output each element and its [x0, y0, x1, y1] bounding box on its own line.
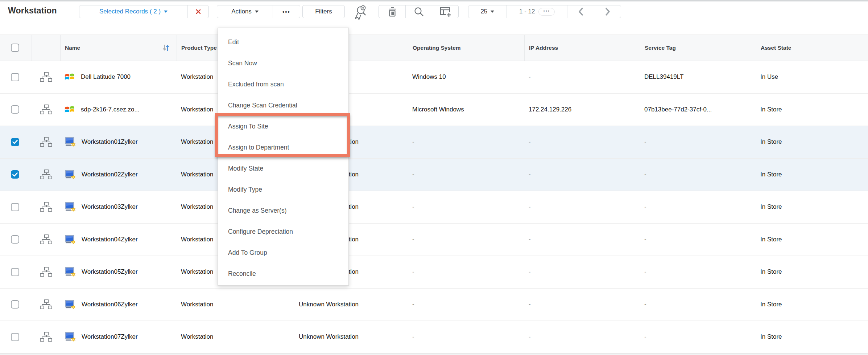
asset-name-link[interactable]: Workstation07Zylker — [82, 333, 138, 340]
cell-operating-system: - — [408, 301, 524, 308]
actions-menu-item[interactable]: Change Scan Credential — [218, 95, 348, 116]
cell-asset-state: In Store — [756, 236, 868, 243]
asset-name-link[interactable]: Workstation06Zylker — [82, 301, 138, 308]
table-row[interactable]: Workstation02Zylker Workstation Unknown … — [0, 159, 868, 191]
search-button[interactable] — [405, 5, 432, 18]
row-checkbox[interactable] — [11, 203, 19, 211]
page-size-value: 25 — [480, 8, 487, 15]
row-hierarchy-cell[interactable] — [32, 104, 60, 115]
actions-menu-item[interactable]: Scan Now — [218, 53, 348, 74]
row-checkbox[interactable] — [11, 138, 19, 146]
row-checkbox[interactable] — [11, 105, 19, 114]
row-checkbox[interactable] — [11, 333, 19, 341]
row-checkbox[interactable] — [11, 268, 19, 276]
row-hierarchy-cell[interactable] — [32, 201, 60, 212]
scan-badge-button[interactable] — [352, 4, 368, 20]
asset-name-link[interactable]: Workstation01Zylker — [82, 138, 138, 146]
cell-product: Unknown Workstation — [294, 333, 408, 340]
row-checkbox[interactable] — [11, 300, 19, 309]
filters-button[interactable]: Filters — [302, 5, 345, 18]
cell-asset-state: In Store — [756, 203, 868, 211]
table-row[interactable]: Dell Latitude 7000 Workstation Dell Work… — [0, 61, 868, 94]
row-name-cell: Workstation03Zylker — [60, 201, 177, 212]
row-checkbox[interactable] — [11, 235, 19, 244]
table-row[interactable]: sdp-2k16-7.csez.zo... Workstation - Micr… — [0, 94, 868, 126]
prev-page-button[interactable] — [567, 5, 594, 18]
selected-records-button[interactable]: Selected Records ( 2 ) — [79, 5, 187, 18]
row-hierarchy-cell[interactable] — [32, 169, 60, 180]
row-hierarchy-cell[interactable] — [32, 266, 60, 277]
row-checkbox-cell — [0, 170, 32, 179]
chevron-down-icon — [491, 11, 494, 13]
asset-name-link[interactable]: Workstation03Zylker — [82, 203, 138, 211]
actions-menu-item[interactable]: Modify Type — [218, 179, 348, 200]
asset-name-link[interactable]: Dell Latitude 7000 — [81, 73, 131, 81]
asset-name-link[interactable]: sdp-2k16-7.csez.zo... — [81, 106, 140, 113]
cell-operating-system: - — [408, 236, 524, 243]
actions-menu-item[interactable]: Reconcile — [218, 263, 348, 284]
actions-menu-item[interactable]: Configure Depreciation — [218, 221, 348, 242]
table-row[interactable]: Workstation07Zylker Workstation Unknown … — [0, 321, 868, 354]
cell-service-tag: DELL39419LT — [640, 73, 756, 81]
actions-menu-item[interactable]: Modify State — [218, 158, 348, 179]
asset-name-link[interactable]: Workstation02Zylker — [82, 171, 138, 178]
cell-operating-system: - — [408, 203, 524, 211]
more-actions-button[interactable]: ••• — [273, 5, 300, 18]
actions-menu-item[interactable]: Assign To Site — [218, 116, 348, 137]
table-row[interactable]: Workstation04Zylker Workstation Unknown … — [0, 224, 868, 256]
row-checkbox-cell — [0, 235, 32, 244]
actions-menu-item[interactable]: Add To Group — [218, 242, 348, 263]
add-column-icon — [439, 6, 451, 17]
next-page-icon — [604, 7, 611, 16]
actions-menu-item[interactable]: Change as Server(s) — [218, 200, 348, 221]
page-size-select[interactable]: 25 — [468, 5, 507, 18]
cell-ip-address: 172.24.129.226 — [524, 106, 640, 113]
clear-selection-button[interactable] — [187, 5, 208, 18]
page-range-segment: 1 - 12 ••• — [507, 5, 567, 18]
table-row[interactable]: Workstation03Zylker Workstation Unknown … — [0, 191, 868, 224]
row-hierarchy-cell[interactable] — [32, 331, 60, 342]
delete-icon — [387, 6, 398, 17]
row-checkbox[interactable] — [11, 73, 19, 81]
workstation-list-page: Workstation Selected Records ( 2 ) Actio… — [0, 0, 868, 355]
row-checkbox-cell — [0, 268, 32, 276]
actions-menu-item[interactable]: Assign to Department — [218, 137, 348, 158]
table-row[interactable]: Workstation05Zylker Workstation Unknown … — [0, 256, 868, 289]
header-service-tag[interactable]: Service Tag — [640, 35, 756, 61]
table-row[interactable]: Workstation01Zylker Workstation Unknown … — [0, 126, 868, 159]
actions-button[interactable]: Actions — [217, 5, 273, 18]
row-checkbox[interactable] — [11, 170, 19, 179]
page-title: Workstation — [8, 6, 57, 16]
table-row[interactable]: Workstation06Zylker Workstation Unknown … — [0, 289, 868, 321]
next-page-button[interactable] — [594, 5, 621, 18]
cell-ip-address: - — [524, 301, 640, 308]
filters-label: Filters — [315, 8, 332, 15]
cell-operating-system: - — [408, 268, 524, 276]
select-all-checkbox[interactable] — [11, 44, 19, 52]
header-ip-address[interactable]: IP Address — [524, 35, 640, 61]
actions-menu-item[interactable]: Edit — [218, 32, 348, 53]
row-name-cell: sdp-2k16-7.csez.zo... — [60, 104, 177, 115]
row-hierarchy-cell[interactable] — [32, 72, 60, 82]
cell-service-tag: - — [640, 138, 756, 146]
asset-name-link[interactable]: Workstation04Zylker — [82, 236, 138, 243]
sort-icon[interactable] — [161, 43, 171, 53]
cell-service-tag: - — [640, 236, 756, 243]
header-checkbox-cell — [0, 35, 32, 61]
header-operating-system[interactable]: Operating System — [408, 35, 524, 61]
scan-badge-icon — [353, 4, 368, 20]
header-asset-state[interactable]: Asset State — [756, 35, 868, 61]
asset-name-link[interactable]: Workstation05Zylker — [82, 268, 138, 276]
workstation-icon — [64, 331, 76, 342]
actions-menu-item[interactable]: Excluded from scan — [218, 74, 348, 95]
page-range-more-button[interactable]: ••• — [538, 8, 555, 16]
header-name[interactable]: Name — [60, 35, 177, 61]
cell-operating-system: - — [408, 138, 524, 146]
add-column-button[interactable] — [432, 5, 458, 18]
hierarchy-icon — [40, 104, 53, 115]
delete-button[interactable] — [379, 5, 405, 18]
row-hierarchy-cell[interactable] — [32, 299, 60, 310]
row-hierarchy-cell[interactable] — [32, 136, 60, 147]
header-icon-cell — [32, 35, 60, 61]
row-hierarchy-cell[interactable] — [32, 234, 60, 245]
